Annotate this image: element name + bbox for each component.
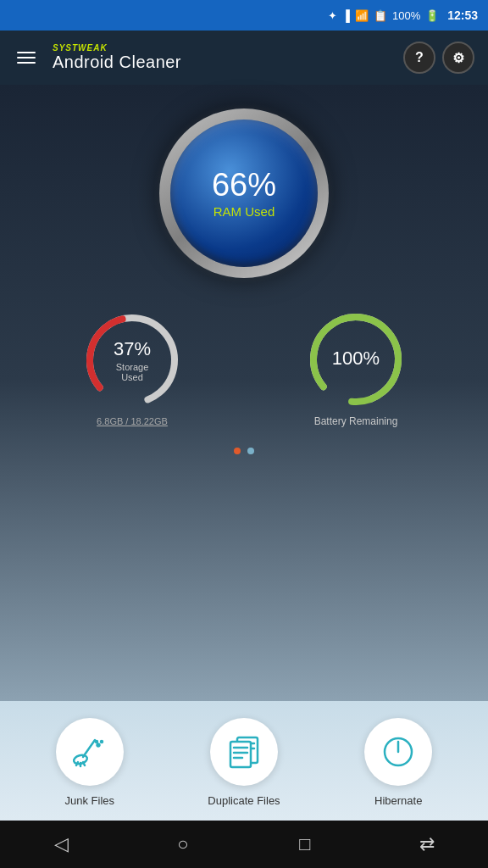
gauges-row: 37% Storage Used 6.8GB / 18.22GB 100% [0, 309, 488, 427]
page-dots [234, 448, 254, 454]
junk-files-action[interactable]: Junk Files [56, 718, 124, 807]
ram-circle-outer: 66% RAM Used [159, 108, 329, 278]
storage-text: 37% Storage Used [107, 338, 158, 382]
junk-files-label: Junk Files [65, 794, 115, 807]
signal-icon: ▐ [342, 9, 350, 22]
action-buttons-row: Junk Files [0, 718, 488, 807]
duplicate-files-circle [210, 718, 278, 786]
broom-icon [71, 733, 108, 771]
storage-percentage: 37% [107, 338, 158, 360]
ram-circle-inner: 66% RAM Used [170, 120, 318, 267]
brand-sys: SYS [53, 43, 72, 53]
help-button[interactable]: ? [403, 42, 435, 74]
app-title-container: SYSTWEAK Android Cleaner [53, 43, 390, 72]
ram-percentage: 66% [212, 169, 276, 201]
dot-1[interactable] [247, 448, 254, 454]
wifi-icon: 📶 [355, 9, 369, 22]
nav-bar: ◁ ○ □ ⇄ [0, 821, 488, 868]
power-icon [380, 733, 417, 771]
app-title: Android Cleaner [53, 53, 390, 72]
junk-files-circle [56, 718, 124, 786]
status-bar: ✦ ▐ 📶 📋 100% 🔋 12:53 [0, 0, 488, 31]
app-brand: SYSTWEAK [53, 43, 390, 53]
dot-0[interactable] [234, 448, 241, 454]
home-button[interactable]: ○ [163, 824, 203, 865]
battery-percentage: 100% [332, 348, 380, 370]
hibernate-circle [364, 718, 432, 786]
hibernate-action[interactable]: Hibernate [364, 718, 432, 807]
svg-point-11 [96, 741, 97, 743]
ram-gauge[interactable]: 66% RAM Used [159, 108, 329, 278]
svg-rect-16 [230, 742, 251, 767]
svg-point-10 [101, 741, 103, 743]
bluetooth-icon: ✦ [328, 9, 337, 22]
svg-point-9 [97, 744, 99, 747]
battery-text: 100% [332, 348, 380, 371]
storage-gauge: 37% Storage Used 6.8GB / 18.22GB [81, 309, 183, 426]
cast-button[interactable]: ⇄ [407, 824, 447, 865]
battery-circular: 100% [305, 309, 407, 410]
back-button[interactable]: ◁ [41, 824, 81, 865]
ram-label: RAM Used [214, 204, 275, 219]
battery-icon: 🔋 [425, 9, 439, 22]
bottom-actions: Junk Files [0, 701, 488, 821]
battery-gauge: 100% Battery Remaining [305, 309, 407, 427]
clock: 12:53 [447, 8, 478, 22]
settings-button[interactable]: ⚙ [442, 42, 474, 74]
storage-label: Storage Used [107, 362, 158, 382]
hibernate-label: Hibernate [374, 794, 422, 807]
storage-circular: 37% Storage Used [81, 309, 183, 411]
sim-icon: 📋 [374, 9, 387, 22]
recents-button[interactable]: □ [285, 824, 325, 865]
main-content: 66% RAM Used 37% Storage Used 6.8GB / 1 [0, 85, 488, 821]
app-bar-actions: ? ⚙ [403, 42, 474, 74]
duplicate-files-action[interactable]: Duplicate Files [208, 718, 280, 807]
menu-button[interactable] [14, 48, 39, 67]
app-bar: SYSTWEAK Android Cleaner ? ⚙ [0, 31, 488, 85]
battery-status: 100% [392, 9, 420, 22]
files-icon [223, 733, 265, 771]
duplicate-files-label: Duplicate Files [208, 794, 280, 807]
brand-tweak: TWEAK [72, 43, 108, 53]
